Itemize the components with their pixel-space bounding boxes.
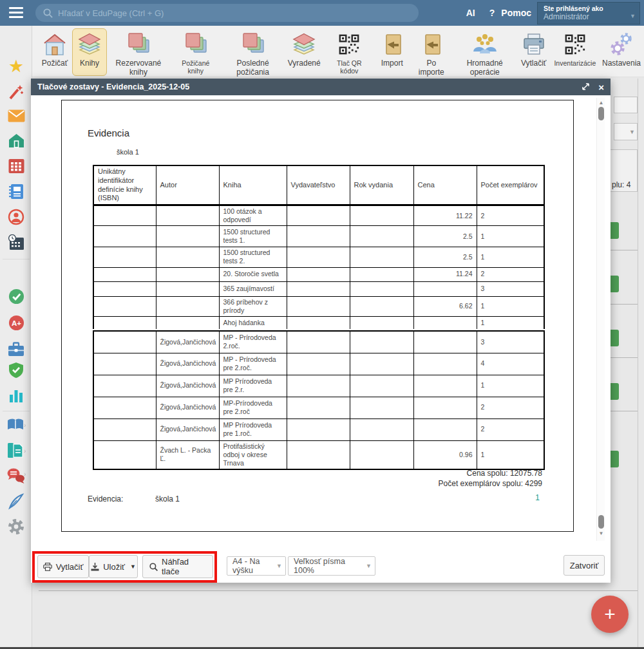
calendar-icon[interactable]	[0, 158, 32, 176]
library-book-icon[interactable]: ›	[0, 417, 32, 435]
cell-cena: 6.62	[413, 296, 477, 316]
scroll-down-icon[interactable]: ▼	[597, 531, 605, 536]
cell-pocet: 3	[477, 331, 544, 353]
search-box[interactable]	[35, 4, 419, 22]
cell-vydavatelstvo	[287, 397, 350, 419]
notebook-icon[interactable]	[0, 183, 32, 202]
cell-kniha: Protifašistický odboj v okrese Trnava	[219, 440, 287, 469]
font-size-select[interactable]: Veľkosť písma 100% ▼	[288, 556, 375, 576]
toolbar-item-rezervovane-knihy[interactable]: Rezervované knihy	[107, 28, 170, 80]
dialog-title: Tlačové zostavy - Evidencia_2025-12-05	[37, 82, 189, 91]
paper-format-select[interactable]: A4 - Na výšku ▼	[227, 556, 286, 576]
cell-isbn	[93, 397, 156, 419]
toolbar-item-nastavenia[interactable]: Nastavenia	[599, 28, 644, 71]
cell-rok	[350, 316, 413, 329]
background-green-button-fragment	[611, 276, 619, 292]
col-rok-vydania: Rok vydania	[350, 165, 413, 205]
scroll-thumb[interactable]	[598, 107, 604, 120]
toolbar-item-pozicat[interactable]: Požičať	[37, 28, 72, 71]
table-row: 1500 structured tests 1.2.51	[93, 226, 544, 247]
table-row: 366 príbehov z prírody6.621	[93, 296, 544, 316]
house-icon	[43, 31, 67, 58]
toolbar-item-posledne-pozicania[interactable]: Posledné požičania	[222, 28, 285, 80]
table-row: 100 otázok a odpovedí11.222	[93, 205, 544, 226]
toolbar-item-pozicane-knihy[interactable]: Požičané knihy	[170, 28, 222, 77]
toolbar-item-knihy[interactable]: Knihy	[72, 28, 107, 76]
toolbar-item-hromadne-operacie[interactable]: Hromadné operácie	[453, 28, 516, 80]
document-book-icon[interactable]: ›	[0, 442, 32, 461]
toolbar-item-vyradene[interactable]: Vyradené	[285, 28, 324, 71]
cell-isbn	[93, 316, 156, 329]
calendar-clock-icon[interactable]	[0, 234, 32, 253]
star-icon[interactable]: ★	[0, 58, 32, 75]
user-menu[interactable]: Ste prihlásený ako Administrátor ▼	[537, 2, 640, 24]
cell-rok	[350, 397, 413, 419]
cell-vydavatelstvo	[287, 267, 350, 281]
background-green-button-fragment	[611, 451, 619, 467]
background-panel-bottom-border	[39, 590, 638, 591]
ai-button[interactable]: AI	[466, 8, 475, 18]
person-icon[interactable]	[0, 209, 32, 228]
printer-icon	[522, 31, 546, 58]
scroll-up-icon[interactable]: ▲	[597, 100, 605, 106]
house-icon[interactable]	[0, 133, 32, 151]
print-preview-button[interactable]: Náhľad tlače	[142, 555, 213, 578]
toolbar-item-import[interactable]: Import	[375, 28, 410, 71]
cell-kniha: MP - Prírodoveda pre 2.roč.	[219, 353, 287, 375]
footer-value: škola 1	[155, 494, 180, 503]
cell-rok	[350, 267, 413, 281]
bar-chart-icon[interactable]	[0, 388, 32, 406]
search-input[interactable]	[58, 8, 411, 18]
expand-icon[interactable]	[582, 82, 589, 92]
cell-cena	[413, 397, 477, 419]
check-circle-icon[interactable]	[0, 288, 32, 307]
cell-vydavatelstvo	[287, 316, 350, 329]
search-icon	[43, 8, 53, 18]
help-icon[interactable]: ?	[489, 8, 495, 18]
cell-autor	[156, 296, 219, 316]
scroll-thumb[interactable]	[598, 515, 604, 529]
cell-kniha: 365 zaujímavostí	[219, 281, 287, 296]
cell-kniha: 1500 structured tests 2.	[219, 247, 287, 267]
cell-vydavatelstvo	[287, 226, 350, 247]
chat-bubbles-icon[interactable]: ›	[0, 467, 32, 487]
gear-icon[interactable]	[0, 518, 32, 538]
preview-scrollbar[interactable]: ▲ ▼	[596, 98, 605, 541]
chevron-down-icon: ▼	[629, 129, 635, 135]
cards-icon	[126, 31, 151, 58]
toolbar-item-po-importe[interactable]: Po importe	[410, 28, 453, 80]
plus-icon: +	[604, 603, 616, 625]
help-button[interactable]: Pomoc	[501, 8, 531, 18]
cell-pocet: 2	[477, 397, 544, 419]
table-row: Žigová,JančichováMP - Prírodoveda 2.roč.…	[93, 331, 544, 353]
toolbar-item-inventarizacie[interactable]: Inventarizácie	[551, 28, 599, 70]
cell-rok	[350, 440, 413, 469]
shield-check-icon[interactable]	[0, 362, 32, 381]
cell-autor: Žigová,Jančichová	[156, 353, 219, 375]
close-button[interactable]: Zatvoriť	[564, 555, 605, 576]
col-pocet-exemplarov: Počet exemplárov	[477, 165, 544, 205]
background-green-button-fragment	[611, 383, 619, 400]
add-button[interactable]: +	[591, 596, 629, 633]
table-row: Žigová,JančichováMP - Prírodoveda pre 2.…	[93, 353, 544, 375]
cell-pocet: 2	[477, 419, 544, 440]
dialog-header[interactable]: Tlačové zostavy - Evidencia_2025-12-05 ×	[31, 79, 611, 95]
pen-icon[interactable]	[0, 493, 32, 513]
cell-vydavatelstvo	[287, 375, 350, 397]
briefcase-icon[interactable]	[0, 342, 32, 360]
save-button[interactable]: Uložiť ▼	[89, 555, 138, 578]
magic-wand-icon[interactable]	[0, 84, 32, 103]
cell-pocet: 2	[477, 205, 544, 226]
print-reports-dialog: Tlačové zostavy - Evidencia_2025-12-05 ×…	[31, 79, 611, 583]
hamburger-menu-icon[interactable]	[9, 7, 23, 19]
close-icon[interactable]: ×	[598, 82, 604, 92]
document-school: škola 1	[117, 148, 139, 156]
toolbar-item-tlac-qr-kodov[interactable]: Tlač QR kódov	[324, 28, 375, 77]
grade-aplus-icon[interactable]: A+	[0, 315, 32, 334]
toolbar-item-vytlacit[interactable]: Vytlačiť	[516, 28, 551, 71]
print-button[interactable]: Vytlačiť	[37, 555, 89, 578]
background-panel-border	[638, 79, 638, 591]
envelope-icon[interactable]	[0, 109, 32, 125]
document-totals: Cena spolu: 12075.78 Počet exemplárov sp…	[439, 469, 542, 489]
cell-isbn	[93, 440, 156, 469]
